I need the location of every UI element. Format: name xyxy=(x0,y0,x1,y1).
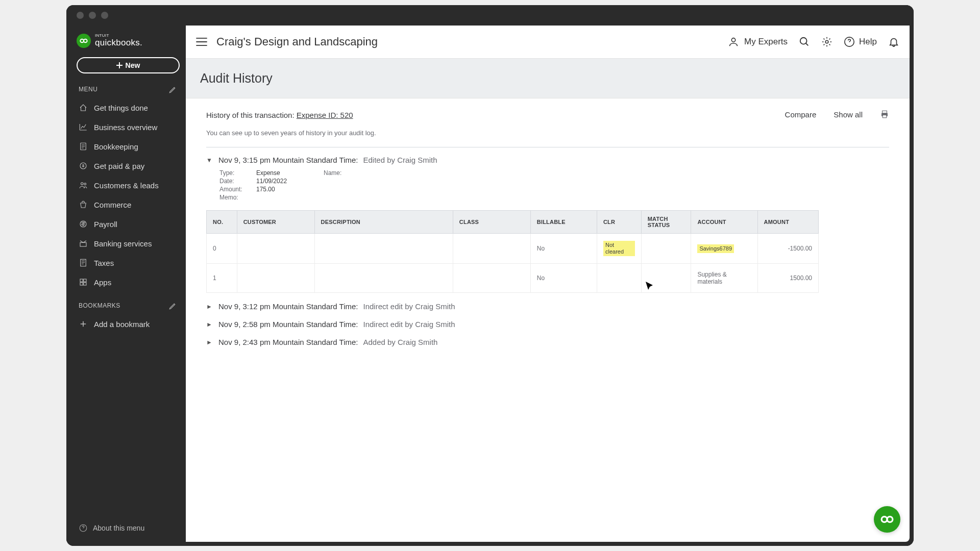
meta-memo-label: Memo: xyxy=(219,194,250,201)
meta-amount-val: 175.00 xyxy=(256,186,317,193)
collapsed-entries: ►Nov 9, 3:12 pm Mountain Standard Time: … xyxy=(206,302,889,346)
pencil-icon[interactable] xyxy=(168,301,178,310)
maximize-dot[interactable] xyxy=(101,12,108,19)
about-menu-link[interactable]: About this menu xyxy=(74,518,183,538)
audit-entry-expanded: ▼ Nov 9, 3:15 pm Mountain Standard Time:… xyxy=(206,156,889,293)
meta-amount-label: Amount: xyxy=(219,186,250,193)
compare-link[interactable]: Compare xyxy=(785,110,817,119)
gear-icon[interactable] xyxy=(821,36,832,47)
chevron-right-icon: ► xyxy=(206,321,213,328)
entry-action: Added by Craig Smith xyxy=(363,338,437,346)
my-experts-link[interactable]: My Experts xyxy=(728,36,788,47)
sidebar-item-business-overview[interactable]: Business overview xyxy=(74,117,183,137)
cell-customer xyxy=(237,264,314,293)
sidebar-item-payroll[interactable]: Payroll xyxy=(74,214,183,234)
menu-item-icon xyxy=(79,181,88,190)
svg-rect-12 xyxy=(84,283,86,285)
close-dot[interactable] xyxy=(77,12,84,19)
add-bookmark-label: Add a bookmark xyxy=(94,320,150,329)
svg-rect-10 xyxy=(84,279,86,282)
app-body: INTUIT quickbooks. New MENU Get things d… xyxy=(66,26,914,546)
brand-text: INTUIT quickbooks. xyxy=(95,34,142,48)
svg-point-15 xyxy=(800,38,807,44)
meta-memo-val xyxy=(256,194,317,201)
search-icon[interactable] xyxy=(799,36,810,47)
bookmarks-section: BOOKMARKS Add a bookmark xyxy=(74,299,183,334)
person-icon xyxy=(728,36,739,47)
show-all-link[interactable]: Show all xyxy=(834,110,863,119)
audit-entry-collapsed[interactable]: ►Nov 9, 2:58 pm Mountain Standard Time: … xyxy=(206,320,889,329)
entry-header-toggle[interactable]: ▼ Nov 9, 3:15 pm Mountain Standard Time:… xyxy=(206,156,889,164)
topbar-right: My Experts Help xyxy=(728,36,899,47)
audit-table: NO. CUSTOMER DESCRIPTION CLASS BILLABLE … xyxy=(206,210,819,293)
history-row: History of this transaction: Expense ID:… xyxy=(206,111,889,120)
sidebar-item-label: Get things done xyxy=(94,104,148,112)
meta-type-label: Type: xyxy=(219,169,250,177)
add-bookmark-item[interactable]: Add a bookmark xyxy=(74,314,183,334)
meta-type-val: Expense xyxy=(256,169,317,177)
audit-entry-collapsed[interactable]: ►Nov 9, 2:43 pm Mountain Standard Time: … xyxy=(206,338,889,346)
history-id-link[interactable]: Expense ID: 520 xyxy=(297,111,353,119)
bookmarks-heading-label: BOOKMARKS xyxy=(79,302,120,309)
sidebar-item-apps[interactable]: Apps xyxy=(74,272,183,292)
sidebar-item-get-things-done[interactable]: Get things done xyxy=(74,98,183,117)
sidebar-item-label: Taxes xyxy=(94,259,114,267)
pencil-icon[interactable] xyxy=(168,85,178,94)
svg-rect-9 xyxy=(80,279,83,282)
entry-timestamp: Nov 9, 2:58 pm Mountain Standard Time: xyxy=(218,320,358,329)
meta-name-val xyxy=(360,169,889,177)
audit-entry-collapsed[interactable]: ►Nov 9, 3:12 pm Mountain Standard Time: … xyxy=(206,302,889,311)
sidebar-item-taxes[interactable]: Taxes xyxy=(74,253,183,272)
cell-clr xyxy=(597,264,641,293)
new-button[interactable]: New xyxy=(77,57,180,73)
about-menu-label: About this menu xyxy=(93,524,144,532)
entry-action: Indirect edit by Craig Smith xyxy=(363,320,455,329)
plus-icon xyxy=(79,319,88,329)
th-amount: AMOUNT xyxy=(757,211,818,234)
table-row: 1NoSupplies & materials1500.00 xyxy=(207,264,819,293)
brand-logo-icon xyxy=(77,34,91,48)
sidebar-item-get-paid-pay[interactable]: Get paid & pay xyxy=(74,156,183,176)
help-link[interactable]: Help xyxy=(844,36,877,47)
sidebar-item-commerce[interactable]: Commerce xyxy=(74,195,183,214)
history-prefix: History of this transaction: xyxy=(206,111,297,119)
th-no: NO. xyxy=(207,211,237,234)
page-title-bar: Audit History xyxy=(186,58,910,98)
sidebar-item-label: Commerce xyxy=(94,201,131,209)
menu-heading: MENU xyxy=(74,83,183,98)
sidebar-item-customers-leads[interactable]: Customers & leads xyxy=(74,176,183,195)
menu-item-icon xyxy=(79,142,88,151)
bell-icon[interactable] xyxy=(888,36,899,47)
sidebar-item-bookkeeping[interactable]: Bookkeeping xyxy=(74,137,183,156)
hamburger-icon[interactable] xyxy=(196,38,207,46)
sidebar-item-label: Bookkeeping xyxy=(94,142,138,151)
chevron-down-icon: ▼ xyxy=(206,157,213,164)
sidebar-item-label: Customers & leads xyxy=(94,181,159,190)
help-label: Help xyxy=(859,37,877,47)
sidebar-item-banking-services[interactable]: Banking services xyxy=(74,234,183,253)
plus-icon xyxy=(116,62,122,68)
svg-rect-18 xyxy=(883,111,887,113)
cell-description xyxy=(314,234,453,264)
sidebar-item-label: Business overview xyxy=(94,123,157,132)
svg-rect-8 xyxy=(81,259,86,266)
minimize-dot[interactable] xyxy=(89,12,96,19)
entry-timestamp: Nov 9, 3:12 pm Mountain Standard Time: xyxy=(218,302,358,311)
cell-no: 1 xyxy=(207,264,237,293)
svg-rect-11 xyxy=(80,283,83,285)
cell-billable: No xyxy=(530,234,597,264)
th-description: DESCRIPTION xyxy=(314,211,453,234)
page-title: Audit History xyxy=(200,71,895,86)
topbar: Craig's Design and Landscaping My Expert… xyxy=(186,26,910,58)
th-clr: CLR xyxy=(597,211,641,234)
entry-action: Indirect edit by Craig Smith xyxy=(363,302,455,311)
cell-account: Supplies & materials xyxy=(691,264,757,293)
print-icon[interactable] xyxy=(880,110,889,119)
svg-point-22 xyxy=(887,517,893,522)
svg-point-5 xyxy=(84,183,86,185)
cell-account: Savings6789 xyxy=(691,234,757,264)
help-circle-icon xyxy=(844,36,855,47)
entry-meta: Type: Expense Name: Date: 11/09/2022 Amo… xyxy=(219,169,889,201)
menu-item-icon xyxy=(79,219,88,229)
qb-assistant-fab[interactable] xyxy=(874,506,900,533)
